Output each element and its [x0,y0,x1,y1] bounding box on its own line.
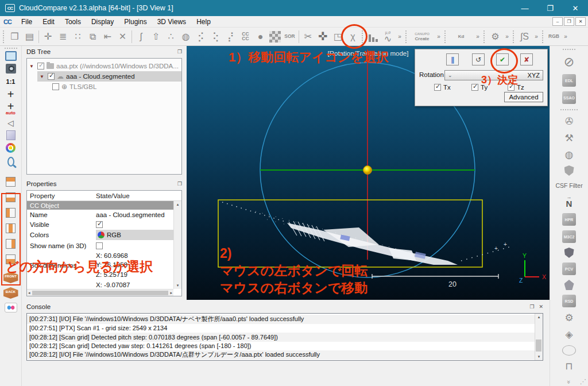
overflow-icon[interactable]: » [532,29,540,44]
ssao-shader-icon[interactable]: SSAO [562,91,576,104]
kd-tree-button[interactable]: Kd [449,29,473,44]
tree-item-label[interactable]: TLS/GBL [69,83,96,90]
overflow-icon[interactable]: » [435,29,443,44]
properties-horizontal-scrollbar[interactable]: ◂▸ [27,289,173,296]
hpr-plugin-icon[interactable]: HPR [562,213,576,226]
colors-combo[interactable]: RGB [96,230,180,240]
console-scrollbar-thumb[interactable] [536,339,541,352]
cloud-cloud-distance-button[interactable]: CCCC [238,29,253,44]
advanced-button[interactable]: Advanced [504,92,543,102]
visibility-checkbox[interactable] [48,73,55,80]
pick-rotation-center-button[interactable]: ʃ [134,29,148,44]
overflow-icon[interactable]: » [503,29,511,44]
apply-transformation-button[interactable]: ✛ [41,29,55,44]
minimize-button[interactable]: — [512,0,537,16]
menu-file[interactable]: File [16,16,37,27]
pcv-plugin-icon[interactable]: PCV [562,263,576,275]
menu-plugins[interactable]: Plugins [119,16,152,27]
rgb-filter-button[interactable]: RGB [547,29,561,44]
menu-3d-views[interactable]: 3D Views [152,16,191,27]
tree-row-tls-gbl[interactable]: ⊕ TLS/GBL [50,82,181,92]
column-header-value[interactable]: State/Value [95,192,181,199]
clean-plugin-icon[interactable]: ⚒ [564,132,573,144]
overflow-icon[interactable]: » [474,29,482,44]
expander-icon[interactable]: ▼ [40,74,45,79]
strip-separator[interactable] [560,109,578,110]
bounding-box-icon[interactable] [6,130,16,140]
translate-rotate-button[interactable]: ✜ [316,29,330,44]
overflow-icon[interactable]: » [396,29,404,44]
fit-plane-button[interactable]: ⢕ [208,29,223,44]
confirm-button[interactable]: ✔ [496,53,509,65]
edl-shader-icon[interactable]: EDL [562,74,576,87]
segment-scissors-button[interactable]: ✂ [301,29,315,44]
noise-filter-button[interactable] [269,31,281,43]
view-right-icon[interactable] [6,223,16,233]
menu-help[interactable]: Help [191,16,216,27]
visibility-checkbox[interactable] [37,63,44,70]
circle-fit-icon[interactable] [562,345,576,356]
view-back-icon[interactable] [6,254,16,264]
tree-row-aaa-ptx[interactable]: ▼ aaa.ptx (//windows10/Windows D/3DDA... [27,61,181,71]
delete-button[interactable]: ✕ [115,29,130,44]
histogram-button[interactable] [368,32,379,42]
properties-vertical-scrollbar[interactable]: ▴▾ [173,201,181,289]
visible-checkbox[interactable] [96,221,103,228]
auto-pivot-icon[interactable]: +auto [6,102,16,115]
m3c2-plugin-icon[interactable]: M3C2 [562,230,576,243]
float-panel-icon[interactable]: ❐ [529,304,534,310]
statistics-button[interactable]: μ,σ∿ [381,29,395,44]
window-resize-grip[interactable]: ⋰ [580,378,586,385]
back-iso-view-icon[interactable]: BACK [3,287,18,299]
zoom-1-1-icon[interactable]: 1:1 [6,76,16,86]
close-panel-icon[interactable]: ✕ [539,304,543,310]
facets-plugin-icon[interactable] [564,248,574,258]
view-bottom-icon[interactable] [6,192,16,202]
save-button[interactable]: ▤ [22,29,37,44]
compass-plugin-icon[interactable]: ◍ [565,149,574,161]
tx-checkbox[interactable] [434,84,441,91]
pivot-cross-icon[interactable]: + [7,89,14,99]
column-header-property[interactable]: Property [27,192,95,199]
mdi-restore-button[interactable]: ❐ [564,17,574,26]
mdi-minimize-button[interactable]: – [552,17,563,26]
float-panel-icon[interactable]: ❐ [177,181,182,187]
float-panel-icon[interactable]: ❐ [177,49,182,55]
pivot-visibility-icon[interactable] [6,143,16,153]
csf-filter-label[interactable]: CSF Filter [555,180,582,191]
menu-edit[interactable]: Edit [37,16,60,27]
tz-checkbox[interactable] [508,84,514,91]
flip-view-icon[interactable]: ◁ [7,118,14,128]
register-button[interactable]: ⇧ [149,29,163,44]
animation-plugin-icon[interactable]: ✇ [565,115,573,128]
reset-button[interactable]: ↺ [472,53,485,65]
subsample-button[interactable]: ∴ [164,29,178,44]
sample-points-button[interactable]: ⡪ [194,29,208,44]
tree-item-label[interactable]: aaa.ptx (//windows10/Windows D/3DDA... [56,63,179,70]
screenshot-camera-icon[interactable] [6,64,16,74]
virtual-broom-icon[interactable]: ⊓ [565,360,572,372]
point-list-picking-button[interactable]: ∷ [71,29,85,44]
zoom-fit-icon[interactable] [7,157,14,167]
cross-section-button[interactable]: ◳ [331,29,345,44]
pivot-ball[interactable] [363,166,372,175]
tree-row-cloud-segmented[interactable]: ▼ ☁ aaa - Cloud.segmented [37,71,181,82]
menu-display[interactable]: Display [86,16,119,27]
mdi-close-button[interactable]: ✕ [575,17,586,26]
normals-arrow-icon[interactable]: →N [566,195,572,209]
gears-plugin-icon[interactable]: ⚙ [564,312,573,324]
stereo-mode-icon[interactable] [5,303,17,312]
maximize-button[interactable]: ❐ [537,0,563,16]
shader-off-icon[interactable]: ⊘ [564,55,574,70]
menu-tools[interactable]: Tools [60,16,86,27]
tz-checkbox-group[interactable]: Tz [508,84,524,91]
more-icons-chevron[interactable]: » [567,377,571,386]
merge-button[interactable]: ⇤ [100,29,115,44]
open-button[interactable]: ❒ [7,29,22,44]
csf-shield-icon[interactable] [564,165,574,176]
properties-button[interactable]: ≣ [56,29,70,44]
visibility-checkbox[interactable] [52,83,59,90]
interpolate-button[interactable]: ⡜ [223,29,238,44]
ty-checkbox-group[interactable]: Ty [471,84,488,91]
sphere-button[interactable]: ● [253,29,268,44]
